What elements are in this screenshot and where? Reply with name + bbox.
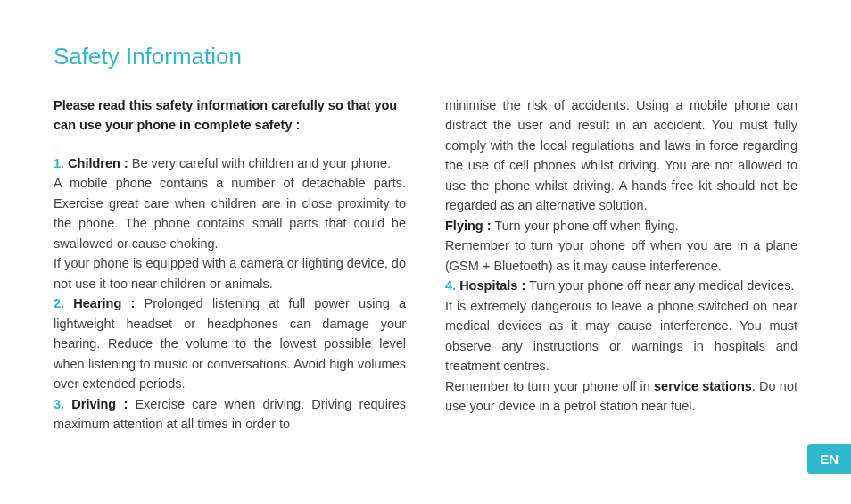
item-label-hearing: Hearing : [73, 296, 135, 310]
item-text-4a: Turn your phone off near any medical dev… [525, 278, 794, 293]
item-driving: 3. Driving : Exercise care when driving.… [54, 394, 406, 434]
language-badge: EN [807, 444, 851, 474]
intro-text: Please read this safety information care… [54, 95, 406, 136]
item-service-stations: Remember to turn your phone off in servi… [445, 376, 797, 417]
item-text-1c: If your phone is equipped with a camera … [54, 253, 406, 293]
item-number-4: 4. [445, 278, 456, 293]
item-hearing: 2. Hearing : Prolonged listening at full… [54, 293, 406, 393]
item-label-children: Children : [68, 156, 128, 170]
page-title: Safety Information [54, 43, 797, 70]
item-hospitals: 4. Hospitals : Turn your phone off near … [445, 276, 797, 295]
item-text-1a: Be very careful with children and your p… [128, 156, 391, 170]
item-text-3b: minimise the risk of accidents. Using a … [445, 95, 797, 216]
item-label-flying: Flying : [445, 219, 492, 233]
column-left: Please read this safety information care… [54, 95, 406, 434]
item-label-hospitals: Hospitals : [459, 278, 525, 293]
item-text-fly-b: Remember to turn your phone off when you… [445, 235, 797, 276]
item-text-1b: A mobile phone contains a number of deta… [54, 173, 406, 253]
column-right: minimise the risk of accidents. Using a … [445, 95, 797, 434]
item-number-3: 3. [54, 397, 64, 411]
item-label-driving: Driving : [71, 397, 128, 411]
item-text-4b: It is extremely dangerous to leave a pho… [445, 296, 797, 376]
content-columns: Please read this safety information care… [54, 95, 797, 434]
item-label-service-stations: service stations [654, 379, 752, 393]
item-flying: Flying : Turn your phone off when flying… [445, 216, 797, 235]
item-text-fly-a: Turn your phone off when flying. [492, 219, 679, 233]
item-number-2: 2. [54, 296, 64, 310]
item-number-1: 1. [54, 156, 64, 170]
item-children: 1. Children : Be very careful with child… [54, 153, 406, 173]
item-text-svc-a: Remember to turn your phone off in [445, 379, 654, 393]
